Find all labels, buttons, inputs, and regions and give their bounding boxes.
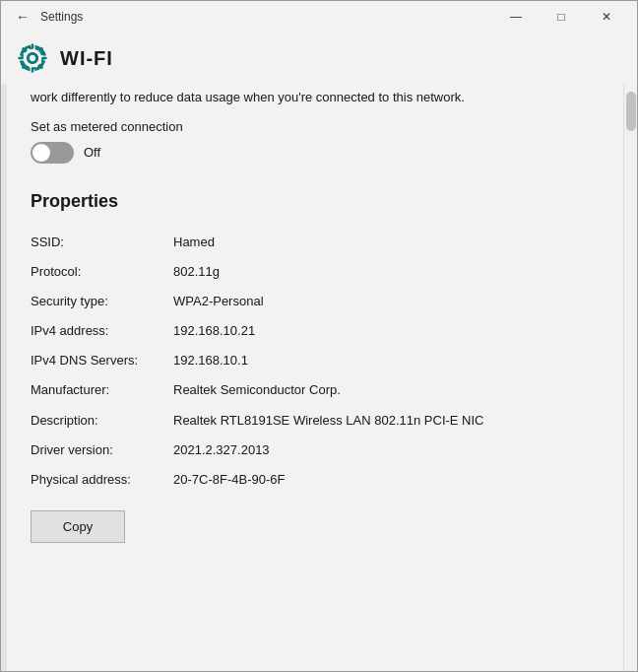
prop-label: Description: [31,412,173,430]
minimize-button[interactable]: — [493,1,539,33]
toggle-state-label: Off [84,145,100,160]
properties-table: SSID:HamedProtocol:802.11gSecurity type:… [31,228,600,496]
title-bar: ← Settings — □ ✕ [1,1,637,33]
copy-button[interactable]: Copy [31,510,125,543]
maximize-button[interactable]: □ [539,1,584,33]
prop-label: Protocol: [31,263,173,281]
back-button[interactable]: ← [9,3,36,31]
intro-text: work differently to reduce data usage wh… [31,84,600,107]
close-button[interactable]: ✕ [584,1,629,33]
scrollbar-thumb[interactable] [626,92,636,131]
table-row: IPv4 DNS Servers:192.168.10.1 [31,346,600,375]
prop-label: SSID: [31,234,173,251]
table-row: Security type:WPA2-Personal [31,287,600,316]
metered-toggle[interactable] [31,142,74,164]
prop-label: IPv4 address: [31,322,173,340]
prop-value: WPA2-Personal [173,293,600,310]
properties-section-title: Properties [31,191,600,212]
prop-label: IPv4 DNS Servers: [31,352,173,370]
table-row: SSID:Hamed [31,228,600,257]
prop-label: Physical address: [31,471,173,489]
main-content: work differently to reduce data usage wh… [7,84,623,671]
prop-value: 2021.2.327.2013 [173,441,600,459]
table-row: Physical address:20-7C-8F-4B-90-6F [31,465,600,495]
prop-value: 192.168.10.1 [173,352,600,370]
prop-label: Security type: [31,293,173,310]
prop-value: Realtek Semiconductor Corp. [173,381,600,399]
table-row: Protocol:802.11g [31,257,600,287]
metered-toggle-row: Off [31,142,600,164]
table-row: Driver version:2021.2.327.2013 [31,436,600,465]
prop-value: Realtek RTL8191SE Wireless LAN 802.11n P… [173,412,600,430]
table-row: Manufacturer:Realtek Semiconductor Corp. [31,375,600,405]
window-title: Settings [40,10,493,24]
prop-value: 192.168.10.21 [173,322,600,340]
prop-label: Driver version: [31,441,173,459]
table-row: IPv4 address:192.168.10.21 [31,316,600,346]
prop-value: 802.11g [173,263,600,281]
scrollbar-track[interactable] [623,84,637,671]
page-title: WI-FI [60,47,113,70]
window-controls: — □ ✕ [493,1,629,33]
toggle-thumb [32,144,50,162]
gear-icon [17,42,48,74]
metered-label: Set as metered connection [31,119,600,134]
page-header: WI-FI [1,33,637,84]
prop-label: Manufacturer: [31,381,173,399]
content-area: work differently to reduce data usage wh… [1,84,637,671]
settings-window: ← Settings — □ ✕ WI-FI work differently … [0,0,638,672]
prop-value: 20-7C-8F-4B-90-6F [173,471,600,489]
prop-value: Hamed [173,234,600,251]
table-row: Description:Realtek RTL8191SE Wireless L… [31,406,600,436]
